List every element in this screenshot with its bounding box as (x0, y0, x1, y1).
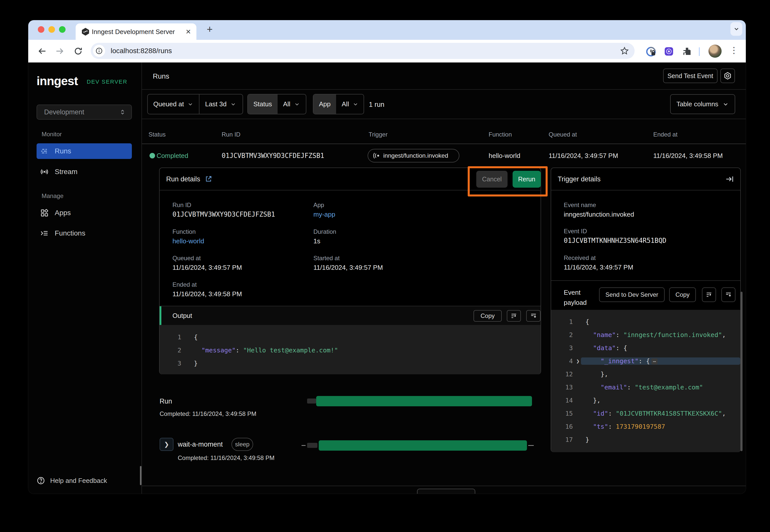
payload-copy-button[interactable]: Copy (669, 287, 696, 302)
code-line: 12}, (551, 368, 740, 381)
duration-value: 1s (313, 237, 320, 245)
sidebar-scrollbar-thumb[interactable] (140, 466, 141, 485)
trigger-badge-label: inngest/function.invoked (383, 152, 448, 159)
step-bar[interactable] (319, 440, 527, 451)
bookmark-star-icon[interactable] (620, 46, 629, 55)
tab-search-chevron-icon[interactable] (730, 22, 742, 36)
payload-expand-icon-button[interactable] (721, 287, 735, 302)
browser-tab[interactable]: Inngest Development Server ✕ (76, 23, 197, 40)
app-link[interactable]: my-app (313, 211, 335, 218)
send-test-event-button[interactable]: Send Test Event (663, 69, 718, 83)
app-label: App (313, 202, 324, 209)
time-field-select[interactable]: Queued at (148, 94, 199, 114)
output-section-header: Output Copy (159, 306, 540, 325)
fold-chevron-icon[interactable]: ❯ (575, 358, 581, 364)
tab-close-icon[interactable]: ✕ (185, 28, 191, 36)
output-expand-icon-button[interactable] (526, 310, 540, 322)
browser-toolbar: localhost:8288/runs ⋮ (28, 40, 746, 62)
sidebar-item-runs[interactable]: Runs (37, 143, 132, 159)
sidebar-item-label: Apps (55, 209, 71, 217)
page-title: Runs (153, 72, 169, 80)
output-copy-button[interactable]: Copy (473, 310, 502, 322)
output-wrap-icon-button[interactable] (507, 310, 521, 322)
run-queued-segment (307, 398, 316, 404)
payload-wrap-icon-button[interactable] (702, 287, 716, 302)
run-bar[interactable] (316, 396, 532, 406)
extension-purple-icon[interactable] (664, 46, 674, 57)
code-line: 17} (551, 433, 740, 446)
inngest-app: inngest DEV SERVER Development Monitor R… (28, 62, 746, 494)
code-line: 2"message": "Hello test@example.com!" (159, 344, 540, 357)
forward-icon[interactable] (55, 46, 65, 56)
status-filter[interactable]: Status All (247, 94, 306, 114)
tab-title: Inngest Development Server (92, 28, 175, 36)
step-expand-chevron[interactable]: ❯ (159, 438, 173, 451)
duration-label: Duration (313, 228, 336, 235)
sidebar-item-label: Functions (55, 229, 85, 237)
close-window-button[interactable] (38, 26, 44, 33)
function-link[interactable]: hello-world (172, 237, 204, 245)
app-filter[interactable]: App All (313, 94, 364, 114)
browser-window: Inngest Development Server ✕ + localhost… (28, 20, 746, 494)
time-filter[interactable]: Queued at Last 3d (147, 94, 243, 114)
table-columns-button[interactable]: Table columns (670, 94, 735, 114)
url-text: localhost:8288/runs (111, 47, 172, 55)
collapse-panel-icon[interactable] (725, 175, 734, 184)
code-line: 16"ts": 1731790197587 (551, 420, 740, 433)
col-status: Status (148, 131, 166, 138)
queued-at-label: Queued at (172, 255, 201, 262)
event-icon (373, 152, 380, 159)
main-scrollbar-thumb[interactable] (741, 292, 743, 451)
row-queued-at: 11/16/2024, 3:49:57 PM (548, 152, 618, 160)
status-filter-select[interactable]: All (278, 94, 306, 114)
divider (551, 280, 740, 281)
status-filter-label: Status (248, 94, 278, 114)
new-tab-button[interactable]: + (207, 24, 213, 35)
extensions-puzzle-icon[interactable] (682, 46, 692, 57)
event-payload-label: Event payload (564, 287, 594, 308)
col-function: Function (489, 131, 512, 138)
app-filter-select[interactable]: All (336, 94, 364, 114)
sidebar-item-apps[interactable]: Apps (37, 205, 132, 221)
environment-value: Development (44, 108, 84, 116)
minimize-window-button[interactable] (48, 26, 55, 33)
output-accent-bar (159, 306, 161, 325)
step-name: wait-a-moment (178, 441, 223, 448)
url-bar[interactable]: localhost:8288/runs (91, 43, 635, 59)
col-run-id: Run ID (222, 131, 241, 138)
partial-bottom-button[interactable] (417, 489, 475, 494)
code-line: 1{ (551, 315, 740, 328)
functions-icon (40, 229, 49, 238)
environment-select[interactable]: Development (37, 105, 132, 120)
row-status: Completed (156, 152, 188, 160)
settings-gear-button[interactable] (720, 69, 735, 83)
back-icon[interactable] (37, 46, 47, 56)
external-link-icon[interactable] (205, 175, 212, 183)
trigger-event-badge[interactable]: inngest/function.invoked (368, 149, 459, 162)
app-filter-value: All (342, 100, 349, 108)
browser-tab-strip: Inngest Development Server ✕ + (28, 20, 746, 40)
maximize-window-button[interactable] (59, 26, 65, 33)
sidebar-item-functions[interactable]: Functions (37, 225, 132, 241)
browser-menu-icon[interactable]: ⋮ (730, 45, 738, 55)
password-manager-icon[interactable] (646, 46, 657, 57)
started-at-label: Started at (313, 255, 340, 262)
page-header: Runs Send Test Event (142, 62, 746, 90)
row-run-id: 01JCVBTMV3WXY9D3CFDEJFZSB1 (222, 152, 324, 159)
status-filter-value: All (283, 100, 291, 108)
send-to-dev-server-button[interactable]: Send to Dev Server (599, 287, 665, 302)
filter-bar: Queued at Last 3d Status All (142, 90, 746, 119)
help-and-feedback[interactable]: Help and Feedback (37, 476, 107, 485)
site-info-icon[interactable] (93, 45, 105, 57)
sidebar-item-stream[interactable]: Stream (37, 164, 132, 180)
code-line: 15"id": "01JCVBTMTKR41S8STTKEXSKX6C", (551, 407, 740, 420)
profile-avatar[interactable] (709, 45, 722, 58)
reload-icon[interactable] (73, 46, 83, 56)
time-range-select[interactable]: Last 3d (200, 94, 242, 114)
inngest-favicon (81, 27, 90, 36)
run-count: 1 run (369, 101, 384, 109)
status-dot (149, 153, 155, 158)
trigger-details-header: Trigger details (551, 168, 740, 190)
timeline-run-completed: Completed: 11/16/2024, 3:49:58 PM (159, 410, 257, 417)
manage-section-label: Manage (42, 192, 63, 199)
